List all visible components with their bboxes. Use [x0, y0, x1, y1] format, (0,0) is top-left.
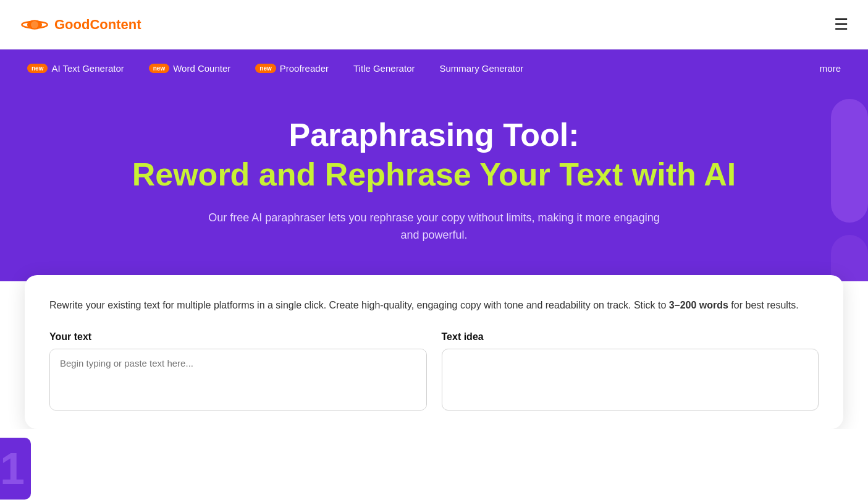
- nav-item-proofreader[interactable]: new Proofreader: [245, 58, 339, 79]
- logo-brand: Good: [54, 17, 90, 32]
- nav-bar: new AI Text Generator new Word Counter n…: [0, 49, 868, 87]
- nav-label-word-counter: Word Counter: [173, 63, 230, 74]
- text-areas-row: Your text Text idea: [49, 331, 819, 411]
- card-description: Rewrite your existing text for multiple …: [49, 297, 819, 313]
- nav-badge-word-counter: new: [149, 64, 169, 73]
- nav-item-summary-generator[interactable]: Summary Generator: [429, 58, 533, 79]
- input-label: Your text: [49, 331, 427, 342]
- svg-rect-4: [831, 235, 868, 281]
- nav-more-button[interactable]: more: [810, 58, 851, 79]
- nav-item-title-generator[interactable]: Title Generator: [343, 58, 425, 79]
- logo-text: GoodContent: [54, 17, 141, 33]
- input-column: Your text: [49, 331, 427, 411]
- hero-title-line2: Reword and Rephrase Your Text with AI: [12, 155, 856, 194]
- main-card: Rewrite your existing text for multiple …: [25, 275, 843, 428]
- nav-item-word-counter[interactable]: new Word Counter: [139, 58, 241, 79]
- output-label: Text idea: [442, 331, 819, 342]
- header: GoodContent ☰: [0, 0, 868, 49]
- nav-label-title-generator: Title Generator: [353, 63, 415, 74]
- logo[interactable]: GoodContent: [20, 14, 141, 36]
- input-textarea-wrapper[interactable]: [49, 349, 427, 411]
- svg-point-2: [31, 21, 38, 28]
- nav-label-ai-text: AI Text Generator: [51, 63, 124, 74]
- logo-icon: [20, 14, 49, 36]
- nav-badge-ai-text: new: [27, 64, 48, 73]
- hero-description: Our free AI paraphraser lets you rephras…: [200, 209, 669, 245]
- hero-title-line1: Paraphrasing Tool:: [12, 117, 856, 153]
- hamburger-button[interactable]: ☰: [834, 15, 848, 34]
- output-column: Text idea: [442, 331, 819, 411]
- input-textarea[interactable]: [60, 358, 416, 401]
- output-textarea-wrapper: [442, 349, 819, 411]
- nav-label-proofreader: Proofreader: [280, 63, 329, 74]
- logo-accent: Content: [90, 17, 141, 32]
- card-desc-start: Rewrite your existing text for multiple …: [49, 300, 669, 310]
- hero-section: Paraphrasing Tool: Reword and Rephrase Y…: [0, 87, 868, 281]
- card-desc-highlight: 3–200 words: [669, 300, 728, 310]
- card-desc-end: for best results.: [728, 300, 799, 310]
- nav-label-summary-generator: Summary Generator: [439, 63, 523, 74]
- nav-item-ai-text-generator[interactable]: new AI Text Generator: [17, 58, 134, 79]
- nav-badge-proofreader: new: [255, 64, 276, 73]
